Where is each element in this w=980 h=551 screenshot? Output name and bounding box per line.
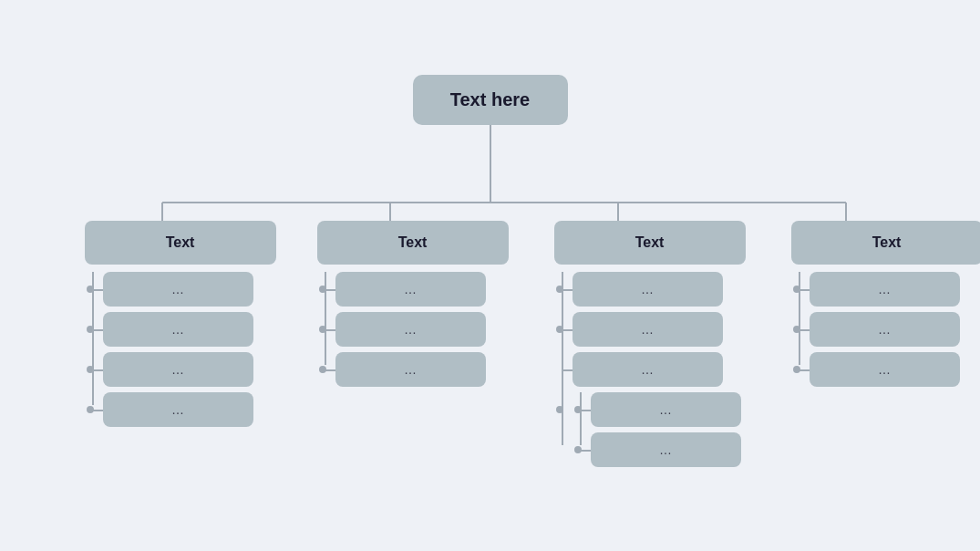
branch4-child3-label: … [878, 362, 891, 377]
branch4-child1-label: … [878, 282, 891, 296]
branch2-child3-label: … [404, 362, 417, 377]
branch1-child2-label: … [171, 322, 184, 337]
branch3-sub-wrapper-1: … [591, 392, 741, 427]
branch3-node[interactable]: Text [554, 221, 746, 265]
branch2-child2-label: … [404, 322, 417, 337]
branch4-child-3[interactable]: … [810, 352, 960, 387]
branch4-child-wrapper-1: … [810, 272, 960, 307]
branch4-children: … … … [791, 272, 960, 387]
branch2-label: Text [398, 234, 428, 251]
branch1-child-wrapper-1: … [103, 272, 253, 307]
branch1-child-4[interactable]: … [103, 392, 253, 427]
branch3-child-2[interactable]: … [573, 312, 723, 347]
root-label: Text here [450, 89, 530, 110]
branch3-sub-wrapper-2: … [591, 432, 741, 467]
branch1-child4-label: … [171, 402, 184, 417]
branch-3: Text … … [554, 221, 746, 467]
branch2-child-3[interactable]: … [335, 352, 486, 387]
org-chart: Text here Text … … [16, 20, 965, 531]
branch3-child-wrapper-3: … … … [573, 352, 741, 467]
dot-icon [556, 406, 563, 413]
branch1-node[interactable]: Text [85, 221, 276, 265]
branch1-child1-label: … [171, 282, 184, 296]
branch1-child-wrapper-2: … [103, 312, 253, 347]
branch4-node[interactable]: Text [791, 221, 981, 265]
branch2-child-wrapper-2: … [335, 312, 486, 347]
root-node[interactable]: Text here [413, 75, 568, 125]
branch-1: Text … … … [85, 221, 276, 467]
branch2-node[interactable]: Text [317, 221, 509, 265]
branch1-children: … … … … [85, 272, 253, 427]
branch1-label: Text [166, 234, 195, 251]
branch2-child-wrapper-3: … [335, 352, 486, 387]
branch3-sub2-label: … [659, 442, 672, 457]
branch4-label: Text [872, 234, 902, 251]
branch3-sub-2[interactable]: … [591, 432, 741, 467]
branch3-child-3[interactable]: … [573, 352, 723, 387]
branch1-child-1[interactable]: … [103, 272, 253, 307]
branch4-child2-label: … [878, 322, 891, 337]
branch4-child-wrapper-3: … [810, 352, 960, 387]
branch3-child-wrapper-2: … [573, 312, 741, 347]
branch2-child-2[interactable]: … [335, 312, 486, 347]
branch-2: Text … … … [317, 221, 509, 467]
level1-row: Text … … … [16, 221, 965, 467]
branch3-subchildren: … … [573, 392, 741, 467]
branch3-sub1-label: … [659, 402, 672, 417]
branch2-children: … … … [317, 272, 486, 387]
branch4-child-1[interactable]: … [810, 272, 960, 307]
branch3-child-1[interactable]: … [573, 272, 723, 307]
branch2-child1-label: … [404, 282, 417, 296]
branch1-child-wrapper-3: … [103, 352, 253, 387]
branch3-children: … … … [554, 272, 741, 467]
branch2-child-1[interactable]: … [335, 272, 486, 307]
branch3-child-wrapper-1: … [573, 272, 741, 307]
branch1-child-3[interactable]: … [103, 352, 253, 387]
branch1-child-wrapper-4: … [103, 392, 253, 427]
branch3-child1-label: … [641, 282, 654, 296]
branch2-child-wrapper-1: … [335, 272, 486, 307]
branch3-child2-label: … [641, 322, 654, 337]
branch1-child-2[interactable]: … [103, 312, 253, 347]
branch1-child3-label: … [171, 362, 184, 377]
branch3-sub-1[interactable]: … [591, 392, 741, 427]
branch4-child-wrapper-2: … [810, 312, 960, 347]
branch4-child-2[interactable]: … [810, 312, 960, 347]
branch-4: Text … … … [791, 221, 981, 467]
branch3-child3-label: … [641, 362, 654, 377]
branch3-label: Text [635, 234, 665, 251]
